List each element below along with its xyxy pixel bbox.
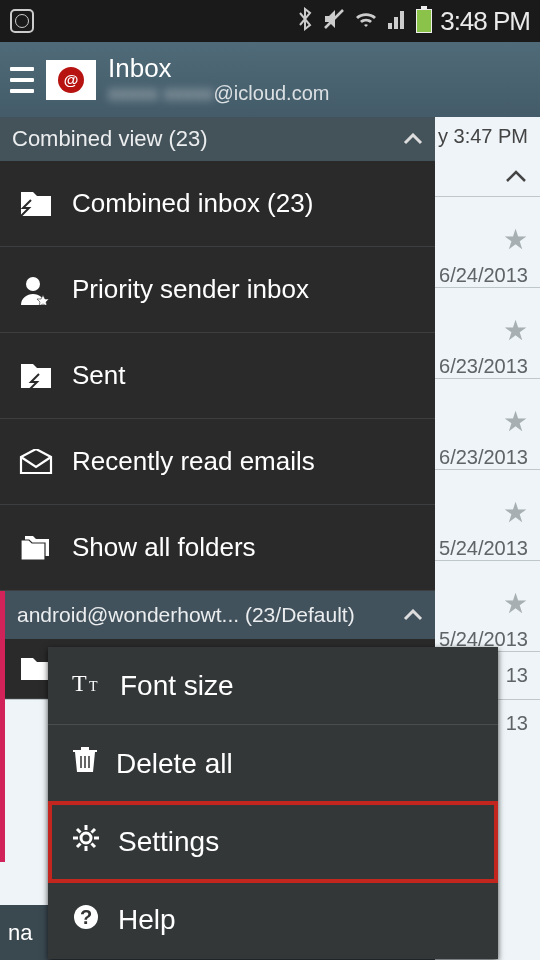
section-header-account[interactable]: android@wonderhowt... (23/Default) bbox=[0, 591, 435, 639]
section-label: Combined view (23) bbox=[12, 126, 208, 152]
account-color-indicator bbox=[0, 612, 5, 862]
star-icon[interactable]: ★ bbox=[503, 496, 528, 529]
appbar-email: xxxxx xxxxx@icloud.com bbox=[108, 82, 329, 105]
silent-icon bbox=[322, 7, 346, 35]
menu-item-font-size[interactable]: TT Font size bbox=[48, 647, 498, 725]
svg-line-12 bbox=[77, 829, 81, 833]
chevron-up-icon bbox=[403, 129, 423, 150]
text-size-icon: TT bbox=[72, 669, 102, 702]
folder-out-icon bbox=[18, 362, 54, 390]
sidebar-item-sent[interactable]: Sent bbox=[0, 333, 435, 419]
date: 5/24/2013 bbox=[439, 537, 528, 560]
menu-item-help[interactable]: ? Help bbox=[48, 881, 498, 959]
sidebar-item-label: na bbox=[8, 920, 32, 946]
app-bar: @ Inbox xxxxx xxxxx@icloud.com bbox=[0, 42, 540, 117]
bluetooth-icon bbox=[296, 7, 314, 35]
menu-item-label: Settings bbox=[118, 826, 219, 858]
recent-time: y 3:47 PM bbox=[438, 125, 528, 148]
trash-icon bbox=[72, 746, 98, 781]
svg-text:T: T bbox=[72, 670, 87, 695]
chevron-up-icon[interactable] bbox=[504, 164, 528, 188]
signal-icon bbox=[386, 9, 408, 33]
svg-line-15 bbox=[92, 829, 96, 833]
svg-point-1 bbox=[26, 277, 40, 291]
date: 13 bbox=[506, 712, 528, 735]
sidebar-item-label: Priority sender inbox bbox=[72, 274, 309, 305]
folders-icon bbox=[18, 534, 54, 562]
star-icon[interactable]: ★ bbox=[503, 587, 528, 620]
wifi-icon bbox=[354, 9, 378, 33]
date: 13 bbox=[506, 664, 528, 687]
menu-item-delete-all[interactable]: Delete all bbox=[48, 725, 498, 803]
menu-item-settings[interactable]: Settings bbox=[48, 803, 498, 881]
sidebar-item-label: Show all folders bbox=[72, 532, 256, 563]
context-menu: TT Font size Delete all Settings ? Help bbox=[48, 647, 498, 959]
person-star-icon bbox=[18, 275, 54, 305]
mail-app-icon: @ bbox=[46, 60, 96, 100]
sidebar-item-label: Combined inbox (23) bbox=[72, 188, 313, 219]
sidebar-item-label: Sent bbox=[72, 360, 126, 391]
menu-item-label: Font size bbox=[120, 670, 234, 702]
help-icon: ? bbox=[72, 903, 100, 938]
star-icon[interactable]: ★ bbox=[503, 223, 528, 256]
status-time: 3:48 PM bbox=[440, 6, 530, 37]
gear-icon bbox=[72, 824, 100, 859]
date: 6/23/2013 bbox=[439, 446, 528, 469]
menu-item-label: Help bbox=[118, 904, 176, 936]
app-notif-icon bbox=[10, 9, 34, 33]
sidebar-drawer: Combined view (23) Combined inbox (23) P… bbox=[0, 117, 435, 699]
star-icon[interactable]: ★ bbox=[503, 405, 528, 438]
sidebar-item-combined-inbox[interactable]: Combined inbox (23) bbox=[0, 161, 435, 247]
date: 6/23/2013 bbox=[439, 355, 528, 378]
battery-icon bbox=[416, 9, 432, 33]
sidebar-item-show-all[interactable]: Show all folders bbox=[0, 505, 435, 591]
sidebar-item-recent[interactable]: Recently read emails bbox=[0, 419, 435, 505]
date: 6/24/2013 bbox=[439, 264, 528, 287]
svg-point-7 bbox=[81, 833, 91, 843]
sidebar-item-label: Recently read emails bbox=[72, 446, 315, 477]
folder-in-icon bbox=[18, 190, 54, 218]
chevron-up-icon bbox=[403, 605, 423, 626]
section-header-combined[interactable]: Combined view (23) bbox=[0, 117, 435, 161]
svg-text:?: ? bbox=[80, 906, 92, 928]
star-icon[interactable]: ★ bbox=[503, 314, 528, 347]
svg-line-13 bbox=[92, 844, 96, 848]
envelope-open-icon bbox=[18, 449, 54, 475]
svg-text:T: T bbox=[89, 679, 98, 694]
account-label: android@wonderhowt... (23/Default) bbox=[17, 603, 355, 627]
menu-item-label: Delete all bbox=[116, 748, 233, 780]
sidebar-item-priority[interactable]: Priority sender inbox bbox=[0, 247, 435, 333]
menu-button[interactable] bbox=[10, 67, 34, 93]
appbar-title: Inbox bbox=[108, 54, 329, 82]
status-bar: 3:48 PM bbox=[0, 0, 540, 42]
svg-line-14 bbox=[77, 844, 81, 848]
